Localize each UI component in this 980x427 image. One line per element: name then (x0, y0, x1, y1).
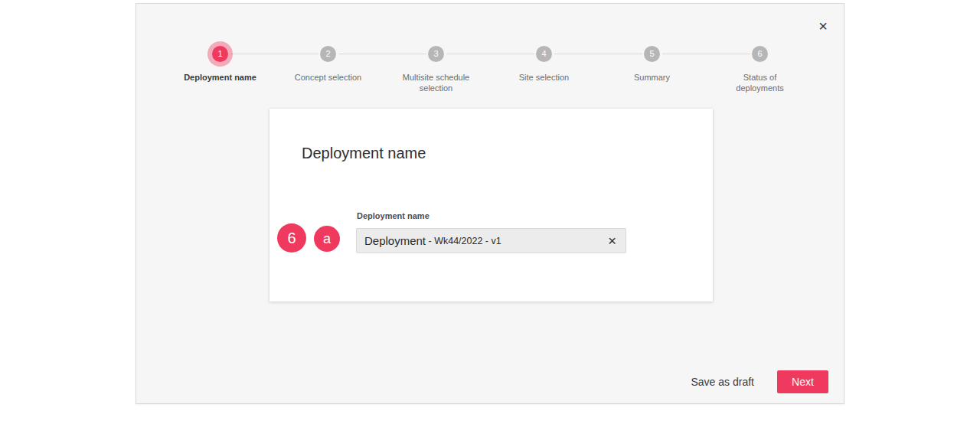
step-status-of-deployments[interactable]: 6 Status of deployments (706, 41, 814, 93)
step-1-label: Deployment name (184, 73, 256, 83)
deployment-name-input[interactable]: Deployment - Wk44/2022 - v1 × (356, 228, 626, 253)
step-3-circle: 3 (428, 46, 444, 62)
input-value-primary: Deployment (364, 234, 426, 247)
close-icon: × (818, 18, 828, 34)
step-2-circle: 2 (320, 46, 336, 62)
step-connector-row: 5 (598, 41, 706, 67)
next-button[interactable]: Next (777, 370, 828, 393)
step-multisite-schedule-selection[interactable]: 3 Multisite schedule selection (382, 41, 490, 93)
clear-input-button[interactable]: × (605, 233, 619, 248)
step-5-circle: 5 (644, 46, 660, 62)
dialog-footer: Save as draft Next (691, 370, 829, 393)
step-concept-selection[interactable]: 2 Concept selection (274, 41, 382, 93)
step-6-circle: 6 (752, 46, 768, 62)
step-3-label: Multisite schedule selection (398, 73, 475, 93)
step-connector-row: 3 (382, 41, 490, 67)
deployment-name-field-label: Deployment name (357, 211, 430, 220)
deployment-name-card: Deployment name Deployment name Deployme… (270, 109, 713, 302)
step-connector-row: 4 (490, 41, 598, 67)
page-background: × 1 Deployment name 2 Concept selection … (0, 0, 980, 427)
step-4-label: Site selection (519, 73, 569, 83)
step-site-selection[interactable]: 4 Site selection (490, 41, 598, 93)
step-6-label: Status of deployments (722, 73, 799, 93)
step-connector-row: 6 (706, 41, 814, 67)
step-5-label: Summary (634, 73, 670, 83)
deployment-wizard-dialog: × 1 Deployment name 2 Concept selection … (136, 3, 844, 404)
input-value-suffix: - Wk44/2022 - v1 (426, 236, 501, 246)
save-as-draft-button[interactable]: Save as draft (691, 376, 755, 388)
step-summary[interactable]: 5 Summary (598, 41, 706, 93)
annotation-badge-6: 6 (277, 223, 306, 253)
clear-icon: × (608, 233, 616, 249)
wizard-stepper: 1 Deployment name 2 Concept selection 3 … (166, 41, 814, 93)
step-1-circle: 1 (212, 46, 228, 62)
card-title: Deployment name (302, 145, 426, 162)
close-button[interactable]: × (812, 15, 834, 37)
step-connector-row: 2 (274, 41, 382, 67)
step-connector-row: 1 (166, 41, 274, 67)
annotation-badge-a: a (314, 226, 340, 252)
step-deployment-name[interactable]: 1 Deployment name (166, 41, 274, 93)
step-4-circle: 4 (536, 46, 552, 62)
step-2-label: Concept selection (295, 73, 361, 83)
